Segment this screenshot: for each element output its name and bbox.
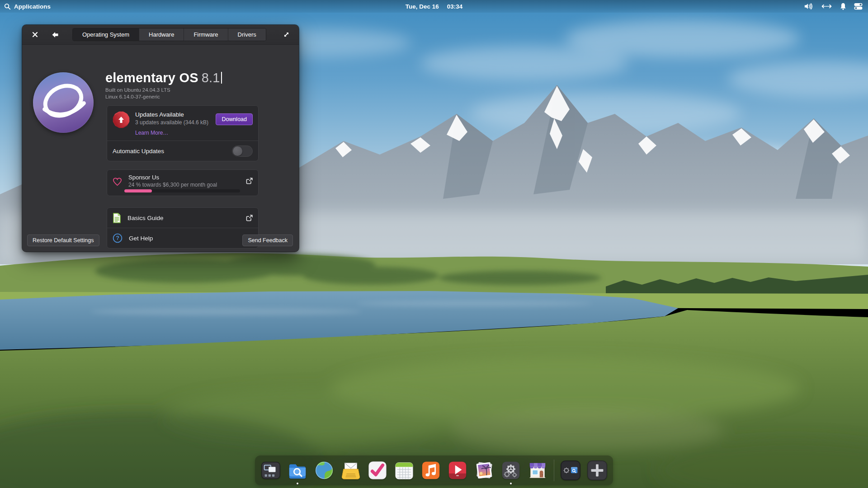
applications-menu[interactable]: Applications	[0, 0, 51, 13]
basics-guide-row[interactable]: Basics Guide	[107, 208, 258, 228]
automatic-updates-toggle[interactable]	[232, 145, 253, 157]
web-browser-icon	[314, 460, 335, 481]
dock-photos[interactable]	[474, 460, 495, 481]
expand-icon	[283, 31, 290, 38]
applications-label: Applications	[14, 3, 51, 10]
dock-tasks[interactable]	[367, 460, 388, 481]
toggle-knob	[233, 146, 242, 156]
basics-guide-label: Basics Guide	[127, 215, 164, 221]
photos-icon	[474, 460, 495, 481]
external-link-icon	[246, 215, 253, 221]
tab-hardware[interactable]: Hardware	[139, 28, 184, 41]
datetime-indicator[interactable]: Tue, Dec 16 03:34	[406, 3, 463, 10]
document-icon	[113, 213, 121, 223]
dock-separator	[554, 460, 554, 481]
calendar-icon	[394, 460, 415, 481]
external-link-icon	[246, 178, 253, 184]
top-panel: Applications Tue, Dec 16 03:34	[0, 0, 868, 13]
text-cursor	[221, 72, 222, 84]
os-subtitle: Built on Ubuntu 24.04.3 LTS Linux 6.14.0…	[105, 87, 222, 100]
tab-operating-system[interactable]: Operating System	[73, 28, 139, 41]
get-help-label: Get Help	[129, 235, 153, 242]
dock-videos[interactable]	[447, 460, 468, 481]
help-links-card: Basics Guide ? Get Help	[107, 207, 259, 249]
desktop: Applications Tue, Dec 16 03:34	[0, 0, 868, 488]
updates-text: Updates Available 3 updates available (3…	[135, 111, 208, 136]
learn-more-link[interactable]: Learn More…	[135, 130, 208, 136]
download-button[interactable]: Download	[216, 113, 253, 125]
appcenter-icon	[527, 460, 548, 481]
close-icon	[32, 32, 38, 38]
automatic-updates-row: Automatic Updates	[107, 141, 258, 161]
sponsor-title: Sponsor Us	[128, 174, 217, 181]
svg-text:?: ?	[116, 235, 119, 241]
sponsor-progress-bar	[124, 189, 240, 192]
back-arrow-icon	[51, 32, 59, 38]
dock-multitasking-view[interactable]	[260, 460, 281, 481]
send-feedback-button[interactable]: Send Feedback	[242, 235, 293, 246]
notifications-icon[interactable]	[840, 3, 846, 10]
dock-window-group[interactable]	[560, 460, 581, 481]
dock-add-apps[interactable]	[587, 460, 608, 481]
plus-icon	[587, 460, 608, 481]
videos-icon	[447, 460, 468, 481]
automatic-updates-label: Automatic Updates	[113, 148, 164, 155]
network-icon[interactable]	[821, 3, 832, 9]
panel-date: Tue, Dec 16	[406, 3, 439, 10]
tab-firmware[interactable]: Firmware	[184, 28, 228, 41]
os-title[interactable]: elementary OS8.1	[105, 70, 222, 85]
operating-system-pane: elementary OS8.1 Built on Ubuntu 24.04.3…	[22, 45, 299, 251]
help-icon: ?	[113, 233, 123, 243]
dock-appcenter[interactable]	[527, 460, 548, 481]
files-icon	[287, 460, 308, 481]
kernel-line: Linux 6.14.0-37-generic	[105, 94, 222, 100]
category-tabs: Operating System Hardware Firmware Drive…	[72, 28, 266, 41]
system-settings-window: Operating System Hardware Firmware Drive…	[22, 25, 299, 252]
close-button[interactable]	[29, 29, 41, 41]
dock-mail[interactable]	[340, 460, 361, 481]
elementary-logo	[33, 72, 94, 133]
search-icon	[4, 3, 11, 10]
window-group-icon	[560, 460, 581, 481]
back-button[interactable]	[49, 29, 61, 41]
built-on-line: Built on Ubuntu 24.04.3 LTS	[105, 87, 222, 94]
dock	[255, 455, 613, 485]
sponsor-text: Sponsor Us 24 % towards $6,300 per month…	[128, 174, 217, 188]
mail-icon	[340, 460, 361, 481]
updates-subtitle: 3 updates available (344.6 kB)	[135, 119, 208, 126]
sponsor-progress-fill	[124, 189, 152, 192]
os-version: 8.1	[202, 70, 220, 85]
updates-card: Updates Available 3 updates available (3…	[107, 105, 259, 161]
music-icon	[420, 460, 441, 481]
software-update-icon	[113, 111, 130, 128]
updates-row: Updates Available 3 updates available (3…	[107, 106, 258, 141]
tasks-icon	[367, 460, 388, 481]
dock-music[interactable]	[420, 460, 441, 481]
system-settings-icon	[500, 460, 521, 481]
dock-system-settings[interactable]	[500, 460, 521, 481]
multitasking-view-icon	[260, 460, 281, 481]
updates-title: Updates Available	[135, 111, 208, 118]
volume-icon[interactable]	[804, 3, 813, 10]
sponsor-card[interactable]: Sponsor Us 24 % towards $6,300 per month…	[107, 169, 259, 196]
tab-drivers[interactable]: Drivers	[228, 28, 266, 41]
restore-defaults-button[interactable]: Restore Default Settings	[27, 235, 99, 246]
dock-calendar[interactable]	[394, 460, 415, 481]
sponsor-subtitle: 24 % towards $6,300 per month goal	[128, 182, 217, 188]
dock-web-browser[interactable]	[314, 460, 335, 481]
os-title-block: elementary OS8.1 Built on Ubuntu 24.04.3…	[105, 70, 222, 100]
get-help-row[interactable]: ? Get Help	[107, 228, 258, 248]
heart-icon	[113, 177, 122, 186]
maximize-button[interactable]	[280, 29, 292, 41]
panel-indicators	[804, 0, 868, 13]
session-icon[interactable]	[854, 3, 863, 10]
sponsor-inner: Sponsor Us 24 % towards $6,300 per month…	[107, 170, 258, 188]
titlebar[interactable]: Operating System Hardware Firmware Drive…	[22, 25, 299, 45]
panel-time: 03:34	[447, 3, 463, 10]
dock-files[interactable]	[287, 460, 308, 481]
